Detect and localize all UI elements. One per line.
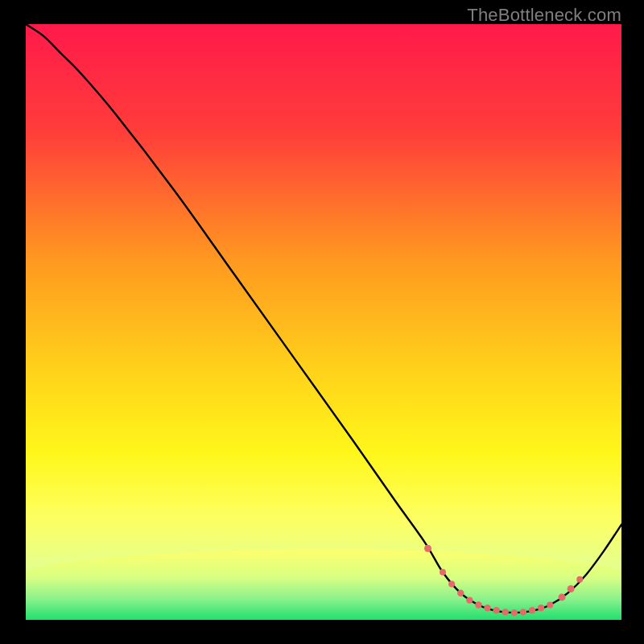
chart-stage: TheBottleneck.com (0, 0, 644, 644)
curve-marker (559, 593, 566, 601)
curve-marker (511, 609, 518, 616)
curve-marker (466, 597, 473, 603)
curve-marker (538, 605, 544, 611)
curve-marker (424, 545, 431, 552)
curve-marker (493, 607, 499, 613)
curve-marker (576, 576, 583, 583)
watermark-text: TheBottleneck.com (467, 5, 621, 26)
curve-marker (475, 601, 481, 608)
curve-marker (568, 585, 575, 592)
chart-plot (26, 24, 621, 620)
curve-marker (484, 605, 490, 611)
curve-marker (529, 607, 535, 613)
curve-marker (457, 590, 464, 597)
curve-marker (448, 581, 455, 588)
curve-marker (502, 609, 509, 615)
curve-marker (547, 602, 553, 609)
curve-marker (440, 569, 446, 576)
curve-marker (520, 609, 526, 615)
